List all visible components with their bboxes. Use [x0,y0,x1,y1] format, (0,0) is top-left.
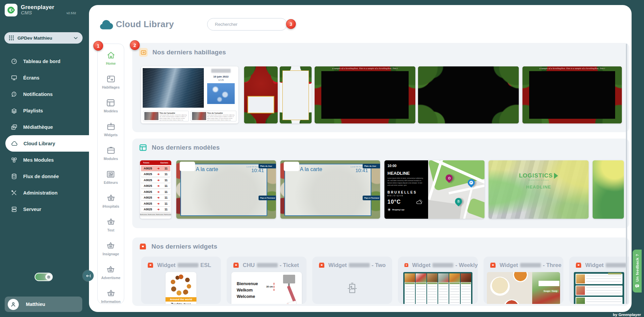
broken-image-icon [347,283,357,294]
sidebar-item-label: Serveur [23,207,41,212]
arrow-icon: ➔ [157,178,160,182]
soup-photo [513,272,528,282]
category-rail: Home Habillages Modèles Widgets Modules … [97,44,124,304]
arrow-icon: ➔ [157,172,160,176]
rail-item-label: Advertisme [101,276,120,280]
ticket-row: A0025➔11 [141,207,170,212]
news-body: Lorem ipsum dolor sit amet, consectetur … [207,114,235,121]
salad-photo [532,272,560,304]
sidebar-item-ecrans[interactable]: Écrans [0,69,89,86]
skyscraper-photo [143,68,204,108]
menu-panel: A la carte Lundi 06 Novembre 10:41 [284,164,371,216]
menu-row [576,297,623,304]
widget-box-icon [490,262,496,268]
ribbon-pays-honneur: Pays à l'honneur [259,196,276,200]
rail-item-information[interactable]: Information [101,289,121,304]
rail-item-habillages[interactable]: Habillages [102,74,120,89]
habillage-thumbnail-xmas-frame[interactable]: a sample of a ScrollingText. This is a s… [522,66,622,123]
modele-thumbnail-alacarte[interactable]: A la carte Lundi 06 Novembre 10:41 Plats… [176,160,276,219]
rail-item-editeurs[interactable]: Editeurs [104,170,118,184]
habillage-thumbnail-city[interactable]: 10 juin 2022 12:25 Titre de l'actualité … [141,66,238,123]
sidebar-collapse-button[interactable] [83,270,94,281]
habillage-thumbnail-xmas-white-portrait[interactable] [280,66,312,123]
menu-row [576,274,623,284]
sidebar-item-label: Flux de donnée [23,174,59,179]
modele-thumbnail-green[interactable] [593,160,624,219]
widget-title-prefix: Widget [328,262,347,268]
rail-item-insignage[interactable]: Insignage [102,241,119,256]
sidebar-item-notifications[interactable]: Notifications [0,86,89,102]
scrolling-text: a sample of a ScrollingText. This is a s… [522,67,622,70]
rail-item-advertisme[interactable]: Advertisme [101,265,120,280]
ribbon-pays-honneur: Pays à l'honneur [363,196,380,200]
search-input[interactable] [207,18,287,31]
widget-card-chu-ticket[interactable]: CHU- Ticket Bienvenue Welkom Welcome 30 … [227,257,307,304]
menu-column [461,273,471,304]
sidebar-item-tableau-de-bord[interactable]: Tableau de bord [0,53,89,69]
rail-item-modeles[interactable]: Modèles [104,98,118,113]
menu-note [539,281,559,286]
widget-card-esl[interactable]: WidgetESL Around the world Zachte taco [141,257,221,304]
rail-item-label: Editeurs [104,180,118,184]
sidebar-item-playlists[interactable]: Playlists [0,102,89,119]
sidebar-item-serveur[interactable]: Serveur [0,201,89,217]
server-icon [11,206,17,213]
redacted-text [178,263,198,267]
widget-title-prefix: CHU [243,262,255,268]
widget-box-icon [318,262,325,268]
rail-item-label: Habillages [102,85,120,89]
user-profile[interactable]: Matthieu [5,297,82,312]
habillage-thumbnail-xmas-black[interactable] [418,66,519,123]
habillage-thumbnail-xmas-red-portrait[interactable] [244,66,278,123]
theme-toggle[interactable] [35,273,53,281]
logistics-title: LOGISTICS [519,172,553,179]
rail-item-label: Insignage [102,252,119,256]
modele-thumbnail-tickets[interactable]: Tickets Guichets A0025➔11 A0025➔11 A0025… [140,160,171,219]
rail-item-label: Home [106,61,116,65]
feedback-tab[interactable]: Un feedback ? [633,250,642,293]
sidebar-item-mediatheque[interactable]: Médiathèque [0,119,89,135]
sidebar-item-administration[interactable]: Administration [0,184,89,201]
news-card: Titre de l'actualité Lorem ipsum dolor s… [143,111,189,121]
rail-item-widgets[interactable]: Widgets [104,122,118,137]
widgets-section-icon [139,243,147,250]
rail-item-test[interactable]: Test [106,217,116,232]
widget-title-suffix: - Three [543,262,561,268]
template-time: 12:25 [206,79,236,81]
modele-thumbnail-alacarte[interactable]: A la carte Lundi 06 Novembre 10:41 Plats… [280,160,380,219]
sidebar-item-flux-de-donnee[interactable]: Flux de donnée [0,168,89,184]
widget-title-prefix: Widget [412,262,431,268]
rail-item-modules[interactable]: Modules [104,146,118,161]
content-scrollbar[interactable] [626,44,627,304]
measure-dash [274,283,274,291]
widget-box-icon [404,262,409,268]
modele-thumbnail-headline-map[interactable]: 10:00 HEADLINE Lorem ipsum dolor sit ame… [384,160,485,219]
greenplayer-logo[interactable] [5,4,17,16]
widget-card-weekly[interactable]: Widget- Weekly [398,257,478,304]
sidebar-item-cloud-library[interactable]: Cloud Library [5,135,89,152]
arrow-icon: ➔ [157,184,160,188]
widget-card-two[interactable]: Widget- Two [312,257,392,304]
rail-item-ihospitals[interactable]: iHospitals [102,194,119,208]
widget-card-three[interactable]: Widget- Three Soupe / Soep AUBERGINESOEP [484,257,563,304]
soup-photo [504,300,520,304]
ticket-row: A0025➔11 [141,171,170,177]
workspace-select[interactable]: GPDev Matthieu [4,32,83,44]
modele-thumbnail-logistics[interactable]: LOGISTICS PLACE FOR SLOGAN HEADLINE [489,160,589,219]
habillage-frame-icon [106,74,116,84]
rail-item-home[interactable]: Home [106,51,116,65]
shopping-logo: Shopping Logo [387,208,425,211]
sidebar-item-mes-modules[interactable]: Mes Modules [0,152,89,168]
widget-card-partial[interactable]: Widget [569,257,629,304]
weekly-menu-thumbnail [403,272,472,304]
basket-icon [106,289,116,298]
section-habillages-header: Nos derniers habillages [139,48,226,57]
widget-box-icon [106,122,116,131]
cloud-icon [11,140,18,147]
section-modeles-header: Nos derniers modèles [139,144,220,152]
widget-title-suffix: - Two [372,262,386,268]
workspace-label: GPDev Matthieu [17,36,70,41]
feedback-label: Un feedback ? [635,254,639,282]
brand-name: Greenplayer [21,4,54,10]
habillage-thumbnail-xmas-frame[interactable]: a sample of a ScrollingText. This is a s… [315,66,415,123]
